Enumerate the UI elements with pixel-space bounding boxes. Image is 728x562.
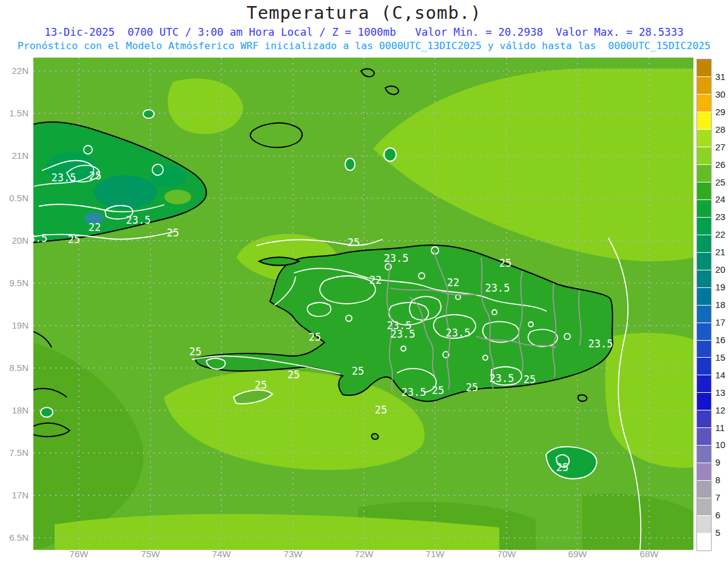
y-axis-label: 17N [0,490,29,500]
colorbar-cell [697,393,711,410]
colorbar-cell [697,147,711,165]
y-axis-label: 0.5N [0,193,29,203]
contour-value-label: 25 [348,236,360,249]
colorbar-tick-label: 10 [715,440,726,450]
colorbar-cell [697,235,711,253]
colorbar-tick-label: 17 [715,317,726,327]
colorbar-cell [697,375,711,393]
y-axis-label: 20N [0,235,29,246]
colorbar-cell [697,95,711,112]
contour-value-label: 22 [89,221,101,233]
colorbar-cell [697,323,711,341]
subtitle-line-1: 13-Dic-2025 0700 UTC / 3:00 am Hora Loca… [0,26,728,38]
contour-value-label: 25 [499,257,511,269]
temperature-colorbar [696,59,712,551]
contour-value-label: 25 [432,384,444,396]
y-axis-label: 7.5N [0,447,29,458]
x-axis-label: 74W [202,549,241,559]
colorbar-tick-label: 31 [715,72,726,82]
colorbar-cell [697,428,711,446]
colorbar-tick-label: 9 [715,457,720,467]
contour-value-label: 3.5 [33,232,47,244]
contour-value-label: 25 [189,346,201,358]
colorbar-cell [697,446,711,463]
colorbar-tick-label: 29 [715,107,726,117]
colorbar-tick-label: 8 [715,475,720,485]
colorbar-cell [697,253,711,270]
colorbar-tick-label: 26 [715,159,726,170]
temperature-map-canvas: 23.52523.5223.525252523.525222223.523.52… [33,58,693,550]
weather-map-page: Temperatura (C,somb.) 13-Dic-2025 0700 U… [0,0,728,562]
colorbar-cell [697,270,711,288]
colorbar-tick-label: 16 [715,335,726,345]
contour-value-label: 25 [556,461,568,473]
colorbar-cell [697,200,711,218]
contour-value-label: 25 [524,373,536,386]
contour-value-label: 23.5 [446,327,471,339]
colorbar-cell [697,288,711,306]
contour-value-label: 25 [309,331,321,343]
contour-value-label: 25 [375,404,387,416]
y-axis-label: 21N [0,150,29,161]
y-axis-label: 19N [0,320,29,330]
y-axis-label: 1.5N [0,108,29,118]
contour-value-label: 25 [466,381,478,393]
x-axis-label: 71W [416,549,454,559]
y-axis-label: 6.5N [0,532,29,543]
page-title: Temperatura (C,somb.) [0,2,728,23]
colorbar-tick-label: 28 [715,124,726,135]
contour-value-label: 25 [288,369,300,381]
colorbar-cell [697,112,711,130]
colorbar-tick-label: 19 [715,282,726,292]
edge-islet [41,407,53,417]
x-axis-label: 70W [487,549,526,559]
colorbar-tick-label: 22 [715,229,726,239]
colorbar-cell [697,130,711,147]
colorbar-cell [697,516,711,534]
y-axis-label: 8.5N [0,363,29,373]
colorbar-cell [697,358,711,375]
colorbar-tick-label: 25 [715,177,726,187]
tortuga-island [259,257,299,266]
colorbar-tick-label: 23 [715,212,726,222]
colorbar-tick-label: 15 [715,352,726,363]
x-axis-label: 75W [131,549,170,559]
colorbar-cell [697,341,711,358]
contour-value-label: 25 [167,227,179,239]
colorbar-cell [697,498,711,516]
contour-value-label: 25 [68,233,80,246]
colorbar-cell [697,481,711,498]
colorbar-tick-label: 20 [715,264,726,275]
contour-value-label: 23.5 [490,372,514,384]
colorbar-tick-label: 27 [715,142,726,152]
contour-value-label: 23.5 [391,328,416,340]
colorbar-cell [697,165,711,182]
colorbar-cell [697,534,711,550]
contour-value-label: 23.5 [588,338,613,350]
colorbar-tick-label: 21 [715,247,726,257]
colorbar-tick-label: 13 [715,387,726,398]
contour-value-label: 23.5 [126,214,151,226]
contour-value-label: 22 [447,276,459,289]
contour-value-label: 23.5 [52,172,76,184]
contour-value-label: 23.5 [485,282,510,294]
colorbar-tick-label: 18 [715,299,726,310]
colorbar-cell [697,59,711,77]
contour-value-label: 25 [352,365,364,377]
y-axis-label: 9.5N [0,278,29,288]
x-axis-label: 68W [630,549,669,559]
colorbar-tick-label: 11 [715,423,725,433]
colorbar-tick-label: 14 [715,370,726,380]
x-axis-label: 76W [59,549,98,559]
colorbar-tick-label: 5 [715,527,720,538]
colorbar-tick-label: 6 [715,510,720,520]
x-axis-label: 72W [345,549,383,559]
colorbar-cell [697,463,711,481]
contour-value-label: 23.5 [384,252,409,264]
colorbar-cell [697,218,711,235]
y-axis-label: 22N [0,65,29,76]
subtitle-line-2: Pronóstico con el Modelo Atmósferico WRF… [0,40,728,52]
map-area: 23.52523.5223.525252523.525222223.523.52… [33,58,693,550]
colorbar-cell [697,410,711,428]
contour-value-label: 23.5 [402,386,426,398]
